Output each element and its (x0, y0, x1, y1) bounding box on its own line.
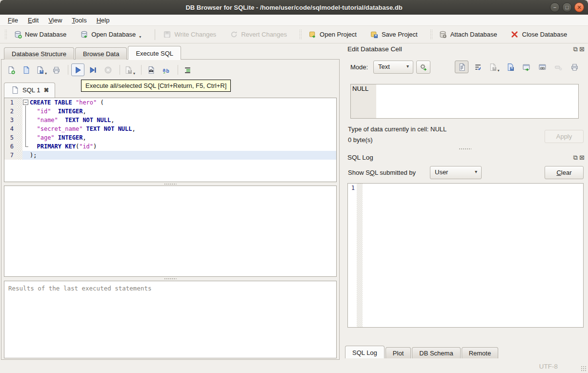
fold-indicator[interactable]: − (22, 98, 30, 107)
dock-tab-plot[interactable]: Plot (385, 347, 411, 358)
open-in-external-button[interactable] (519, 61, 533, 73)
execute-sql-tooltip: Execute all/selected SQL [Ctrl+Return, F… (81, 80, 231, 92)
execute-all-button[interactable] (71, 63, 84, 76)
execute-all-icon (74, 65, 82, 74)
mode-label: Mode: (350, 63, 368, 71)
import-file-icon (488, 62, 497, 71)
import-data-button: ▾ (487, 61, 501, 73)
editor-line[interactable]: 2 "id" INTEGER, (4, 107, 336, 116)
menu-tools[interactable]: Tools (67, 15, 91, 25)
save-project-button[interactable]: Save Project (366, 28, 421, 41)
export-data-button[interactable] (503, 61, 517, 73)
tab-browse-data[interactable]: Browse Data (75, 47, 127, 60)
print-sql-button[interactable] (50, 63, 63, 76)
fold-margin (17, 116, 22, 124)
line-number: 7 (4, 151, 17, 160)
maximize-icon[interactable]: □ (562, 2, 572, 12)
tab-execute-sql[interactable]: Execute SQL (128, 46, 181, 60)
toolbar-handle (430, 29, 433, 40)
clear-button[interactable]: Clear (545, 166, 584, 179)
word-wrap-button[interactable] (471, 61, 485, 73)
log-line-number: 1 (348, 184, 357, 327)
fold-margin (17, 133, 22, 142)
cell-mode-combobox[interactable]: Text (373, 61, 413, 74)
open-url-button[interactable] (535, 61, 549, 73)
close-database-icon (510, 30, 519, 39)
text-mode-button[interactable] (455, 61, 468, 73)
sql-log-filter-value: User (435, 168, 448, 176)
auto-format-button[interactable] (181, 63, 194, 76)
editor-line[interactable]: 5 "age" INTEGER, (4, 133, 336, 142)
write-changes-icon (162, 30, 171, 39)
new-database-button[interactable]: New Database (10, 28, 70, 41)
tab-database-structure[interactable]: Database Structure (4, 47, 74, 60)
attach-database-icon (439, 30, 447, 39)
editor-line[interactable]: 4 "secret_name" TEXT NOT NULL, (4, 124, 336, 133)
close-panel-icon[interactable]: ⊠ (579, 45, 585, 53)
encoding-indicator: UTF-8 (539, 363, 558, 370)
execute-current-line-button[interactable] (86, 63, 100, 76)
float-panel-icon[interactable]: ⧉ (573, 154, 578, 162)
sql-document-icon (10, 86, 19, 95)
chevron-down-icon[interactable]: ▾ (139, 35, 141, 39)
open-sql-file-button[interactable] (20, 63, 33, 76)
menu-view[interactable]: View (43, 15, 67, 25)
editor-line[interactable]: 1−CREATE TABLE "hero" ( (4, 98, 336, 107)
main-tab-bar: Database StructureBrowse DataExecute SQL (4, 46, 182, 60)
menu-edit[interactable]: Edit (23, 15, 43, 25)
open-database-label: Open Database (91, 31, 136, 38)
minimize-icon[interactable]: − (550, 2, 560, 12)
write-changes-button: Write Changes (159, 28, 220, 41)
dock-tab-remote[interactable]: Remote (462, 347, 499, 358)
sql-log-filter-combobox[interactable]: User (430, 166, 482, 179)
sql-log-area[interactable]: 1 (347, 183, 584, 328)
menu-file[interactable]: File (3, 15, 23, 25)
menu-help[interactable]: Help (92, 15, 115, 25)
close-database-button[interactable]: Close Database (507, 28, 571, 41)
dock-tab-db-schema[interactable]: DB Schema (412, 347, 460, 358)
open-database-button[interactable]: Open Database▾ (76, 28, 144, 41)
open-project-button[interactable]: Open Project (304, 28, 360, 41)
print-cell-button[interactable] (568, 61, 581, 73)
new-sql-tab-button[interactable] (4, 63, 18, 76)
word-wrap-icon (473, 62, 482, 71)
dock-tab-sql-log[interactable]: SQL Log (345, 346, 385, 358)
sql-editor[interactable]: 1−CREATE TABLE "hero" (2 "id" INTEGER,3 … (4, 98, 337, 182)
find-icon (147, 65, 156, 74)
attach-database-button[interactable]: Attach Database (435, 28, 501, 41)
close-icon[interactable]: ✕ (574, 2, 584, 12)
fold-indicator (22, 151, 30, 160)
apply-import-button[interactable] (416, 61, 430, 74)
set-null-button (551, 61, 565, 73)
svg-text:b: b (166, 68, 169, 74)
show-sql-label: Show SQL submitted by (348, 169, 416, 176)
results-grid-panel (4, 186, 337, 277)
resize-grip[interactable] (581, 366, 587, 372)
dock-splitter[interactable] (342, 147, 588, 150)
toolbar-separator (120, 65, 120, 75)
fold-margin (17, 151, 22, 160)
splitter-grid-message[interactable] (4, 277, 337, 280)
editor-line[interactable]: 7); (4, 151, 336, 160)
close-tab-icon[interactable]: ✖ (43, 86, 49, 94)
chevron-down-icon[interactable]: ▾ (45, 71, 47, 76)
close-panel-icon[interactable]: ⊠ (579, 154, 585, 162)
save-sql-file-button[interactable]: ▾ (35, 63, 48, 76)
fold-margin (17, 142, 22, 151)
find-replace-button[interactable] (144, 63, 158, 76)
toolbar-handle (4, 29, 7, 40)
dock-tab-bar: SQL LogPlotDB SchemaRemote (345, 346, 499, 358)
printf-toggle-button[interactable]: ab (160, 63, 173, 76)
cell-editor[interactable]: NULL (350, 84, 579, 119)
editor-line[interactable]: 6 PRIMARY KEY("id") (4, 142, 336, 151)
toolbar-handle (299, 29, 302, 40)
float-panel-icon[interactable]: ⧉ (573, 45, 578, 53)
chevron-down-icon[interactable]: ▾ (133, 71, 135, 76)
open-external-icon (522, 62, 530, 71)
code-text: "secret_name" TEXT NOT NULL, (30, 124, 336, 133)
sql-log-header-icons: ⧉⊠ (573, 154, 585, 162)
sql-file-tab[interactable]: SQL 1✖ (4, 83, 55, 98)
format-icon (183, 65, 192, 74)
cell-size-info: 0 byte(s) (348, 136, 373, 144)
editor-line[interactable]: 3 "name" TEXT NOT NULL, (4, 116, 336, 124)
